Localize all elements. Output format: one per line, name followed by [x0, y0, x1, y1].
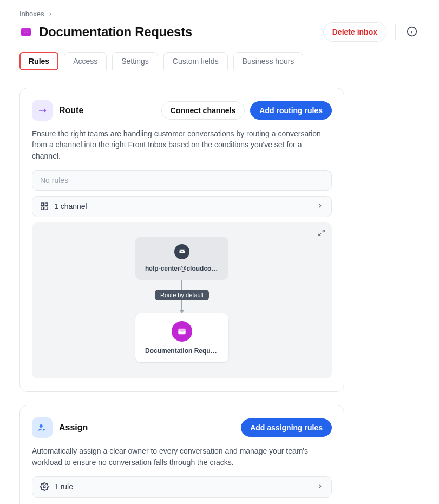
svg-rect-4: [45, 203, 48, 206]
svg-rect-5: [41, 207, 44, 210]
inbox-icon: [19, 25, 32, 38]
channels-row[interactable]: 1 channel: [32, 196, 332, 217]
tab-custom-fields[interactable]: Custom fields: [163, 52, 228, 70]
channels-label: 1 channel: [54, 202, 87, 211]
svg-rect-3: [41, 203, 44, 206]
add-routing-rules-button[interactable]: Add routing rules: [250, 101, 332, 120]
assign-rules-row[interactable]: 1 rule: [32, 476, 332, 498]
svg-point-10: [40, 424, 43, 428]
route-description: Ensure the right teams are handling cust…: [32, 128, 332, 161]
inbox-icon: [172, 321, 192, 342]
no-rules-row: No rules: [32, 170, 332, 191]
diagram-source-node[interactable]: help-center@cloudconten...: [135, 237, 228, 280]
routing-diagram: help-center@cloudconten... Route by defa…: [32, 222, 332, 378]
diagram-connector: Route by default ▼: [155, 280, 209, 313]
tab-rules[interactable]: Rules: [19, 52, 58, 70]
diagram-dest-node[interactable]: Documentation Requests: [135, 313, 228, 362]
mail-icon: [174, 244, 189, 259]
add-assigning-rules-button[interactable]: Add assigning rules: [241, 418, 332, 437]
assign-description: Automatically assign a clear owner to ev…: [32, 446, 332, 468]
info-button[interactable]: [404, 24, 420, 41]
assign-icon: [32, 417, 53, 438]
tab-access[interactable]: Access: [64, 52, 107, 70]
route-icon: [32, 100, 53, 121]
breadcrumb-parent[interactable]: Inboxes: [19, 10, 44, 18]
page-title: Documentation Requests: [39, 24, 192, 40]
tabs: Rules Access Settings Custom fields Busi…: [19, 51, 420, 70]
route-card: Route Connect channels Add routing rules…: [19, 88, 344, 392]
chevron-right-icon: [48, 11, 53, 17]
route-badge: Route by default: [155, 290, 209, 300]
grid-icon: [40, 202, 49, 211]
no-rules-label: No rules: [40, 176, 68, 185]
chevron-right-icon: [316, 482, 324, 492]
route-title: Route: [59, 106, 83, 115]
chevron-right-icon: [316, 202, 324, 211]
assign-title: Assign: [59, 423, 88, 433]
expand-icon: [318, 229, 325, 237]
delete-inbox-button[interactable]: Delete inbox: [323, 22, 386, 42]
expand-diagram-button[interactable]: [318, 229, 325, 238]
info-icon: [407, 26, 417, 37]
tab-settings[interactable]: Settings: [112, 52, 158, 70]
tab-business-hours[interactable]: Business hours: [233, 52, 304, 70]
svg-rect-6: [45, 207, 48, 210]
breadcrumb: Inboxes: [19, 10, 420, 18]
svg-point-11: [43, 486, 45, 488]
diagram-dest-label: Documentation Requests: [145, 347, 219, 355]
assign-rules-label: 1 rule: [54, 482, 73, 491]
diagram-source-label: help-center@cloudconten...: [145, 265, 219, 272]
divider: [395, 24, 396, 40]
connect-channels-button[interactable]: Connect channels: [161, 101, 245, 120]
assign-card: Assign Add assigning rules Automatically…: [19, 405, 344, 504]
gear-icon: [40, 482, 49, 491]
